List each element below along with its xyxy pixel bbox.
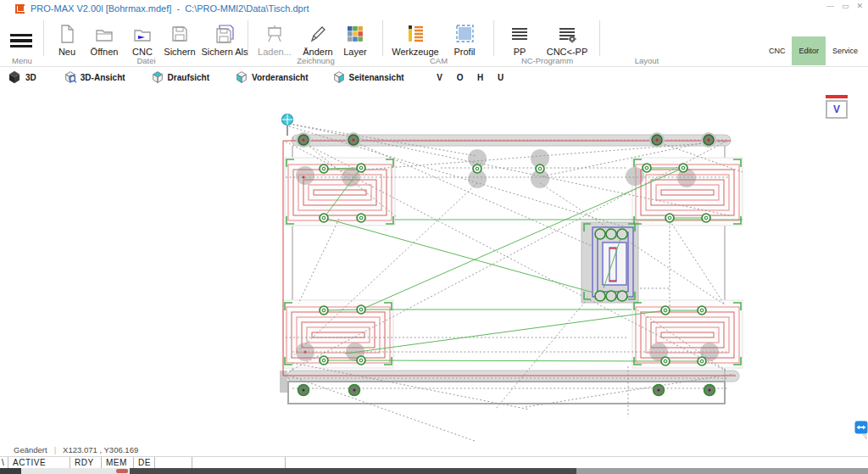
neu-button[interactable]: Neu — [51, 22, 83, 57]
close-button[interactable]: ✕ — [856, 2, 863, 10]
group-label-datei: Datei — [44, 56, 248, 65]
editor-mode-button[interactable]: Editor — [792, 36, 826, 65]
taskbar-segment-right — [576, 468, 868, 474]
view-orientation-indicator: V — [826, 95, 848, 119]
view-letter-o[interactable]: O — [450, 73, 470, 82]
save-icon — [170, 22, 189, 44]
laden-button[interactable]: Laden... — [254, 22, 295, 57]
taskbar-segment-light — [21, 468, 130, 474]
modified-status: Geändert — [14, 445, 47, 454]
status-active: ACTIVE — [8, 457, 70, 468]
hamburger-icon — [10, 34, 32, 47]
save-as-icon — [214, 22, 235, 44]
ribbon: Menu Neu Öffnen CNC — [0, 17, 868, 67]
minimize-button[interactable]: — — [826, 2, 834, 10]
status-rdy: RDY — [70, 457, 102, 468]
view-3d-button[interactable]: 3D — [7, 70, 36, 86]
cursor-coordinates: X123.071 , Y306.169 — [63, 445, 138, 454]
group-label-nc: NC-Programm — [494, 56, 600, 65]
group-zeichnung: Laden... Ändern Layer Zeichnung — [248, 17, 383, 66]
cube-magnifier-icon — [64, 70, 77, 86]
view-draufsicht-button[interactable]: Draufsicht — [151, 70, 209, 86]
group-datei: Neu Öffnen CNC Sichern — [44, 17, 248, 66]
status-empty-1 — [155, 457, 192, 468]
taskbar-segment-left — [0, 468, 21, 474]
app-logo-icon — [15, 4, 25, 14]
view-seitenansicht-button[interactable]: Seitenansicht — [332, 70, 404, 86]
profil-button[interactable]: Profil — [446, 22, 483, 57]
group-menu: Menu — [0, 17, 44, 66]
menu-button[interactable] — [10, 22, 32, 47]
mode-buttons: CNC Editor Service — [762, 36, 865, 66]
cube-solid-icon — [7, 70, 22, 86]
cad-canvas[interactable]: V — [0, 88, 868, 443]
view-indicator-red-bar — [826, 95, 848, 98]
sichern-als-button[interactable]: Sichern Als — [202, 22, 248, 57]
cube-top-face-icon — [151, 70, 164, 86]
view-3d-ansicht-button[interactable]: 3D-Ansicht — [64, 70, 125, 86]
group-layout: E G E G E G Layout — [600, 17, 693, 66]
teamviewer-icon[interactable] — [854, 421, 868, 443]
group-label-zeichnung: Zeichnung — [248, 56, 383, 65]
pocket-panels — [283, 158, 743, 368]
aendern-button[interactable]: Ändern — [299, 22, 337, 57]
view-indicator-letter: V — [826, 100, 848, 119]
cnc-pp-button[interactable]: CNC<-PP — [541, 22, 593, 57]
status-de: DE — [134, 457, 155, 468]
group-label-cam: CAM — [383, 56, 494, 65]
titlebar: PRO-MAX V2.00l [Bohrmax.mdef] - C:\PRO-M… — [0, 0, 868, 17]
status-bar-top: Geändert | X123.071 , Y306.169 — [0, 443, 868, 456]
pencil-icon — [309, 22, 327, 44]
cube-front-face-icon — [235, 70, 248, 86]
group-nc-programm: PP CNC<-PP NC-Programm — [494, 17, 600, 66]
new-file-icon — [58, 22, 76, 44]
layer-grid-icon — [347, 22, 364, 44]
werkzeuge-button[interactable]: Werkzeuge — [390, 22, 441, 57]
layer-button[interactable]: Layer — [338, 22, 372, 57]
status-spinner: \ — [0, 457, 8, 468]
status-separator: | — [54, 445, 56, 454]
sichern-button[interactable]: Sichern — [159, 22, 200, 57]
status-empty-3 — [286, 457, 868, 468]
cad-drawing — [0, 88, 868, 443]
group-label-layout: Layout — [600, 56, 693, 65]
oeffnen-button[interactable]: Öffnen — [85, 22, 124, 57]
pp-lines-icon — [509, 22, 530, 44]
origin-marker — [282, 114, 293, 137]
view-toolbar: 3D 3D-Ansicht Draufsicht Vorderansicht S… — [0, 67, 868, 88]
profile-selection-icon — [454, 22, 475, 44]
group-cam: Werkzeuge Profil CAM — [383, 17, 494, 66]
tool-list-icon — [405, 22, 426, 44]
service-mode-button[interactable]: Service — [826, 36, 865, 65]
cube-side-face-icon — [332, 70, 346, 86]
window-title: PRO-MAX V2.00l [Bohrmax.mdef] - C:\PRO-M… — [31, 3, 309, 14]
status-empty-2 — [192, 457, 286, 468]
view-letter-h[interactable]: H — [470, 73, 491, 82]
view-vorderansicht-button[interactable]: Vorderansicht — [235, 70, 309, 86]
maximize-button[interactable]: ▭ — [842, 2, 849, 10]
cnc-mode-button[interactable]: CNC — [762, 36, 793, 65]
open-folder-icon — [94, 22, 114, 44]
taskbar-app-icon — [116, 469, 128, 473]
promax-window: PRO-MAX V2.00l [Bohrmax.mdef] - C:\PRO-M… — [0, 0, 868, 474]
group-label-menu: Menu — [0, 56, 44, 65]
status-mem: MEM — [102, 457, 134, 468]
view-letter-u[interactable]: U — [491, 73, 511, 82]
easel-icon — [264, 22, 285, 44]
status-bar-bottom: \ ACTIVE RDY MEM DE — [0, 456, 868, 468]
cnc-open-button[interactable]: CNC — [127, 22, 158, 57]
view-letter-v[interactable]: V — [430, 73, 450, 82]
pp-button[interactable]: PP — [503, 22, 537, 57]
taskbar-sliver — [0, 468, 868, 474]
cnc-folder-icon — [132, 22, 153, 44]
cnc-pp-gear-icon — [557, 22, 577, 44]
